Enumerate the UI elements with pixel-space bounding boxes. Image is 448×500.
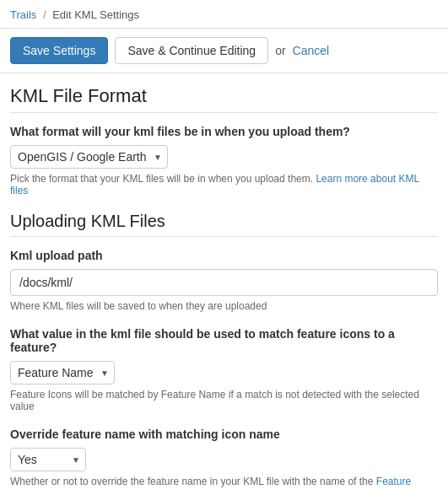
feature-link[interactable]: Feature <box>376 476 411 487</box>
match-select[interactable]: Feature Name <box>10 361 115 384</box>
format-select-wrapper: OpenGIS / Google Earth ▼ <box>10 145 168 169</box>
match-question: What value in the kml file should be use… <box>10 327 438 354</box>
uploading-section-title: Uploading KML Files <box>10 212 438 237</box>
cancel-link[interactable]: Cancel <box>293 44 330 57</box>
save-continue-button[interactable]: Save & Continue Editing <box>115 37 268 64</box>
breadcrumb: Trails / Edit KML Settings <box>0 0 448 29</box>
upload-path-field-group: Kml upload path Where KML files will be … <box>10 249 438 312</box>
kml-format-section-title: KML File Format <box>10 85 438 113</box>
page-content: KML File Format What format will your km… <box>0 73 448 500</box>
format-select[interactable]: OpenGIS / Google Earth <box>10 145 168 169</box>
match-help-text: Feature Icons will be matched by Feature… <box>10 389 438 412</box>
override-label: Override feature name with matching icon… <box>10 427 438 441</box>
or-text: or <box>275 44 285 57</box>
upload-path-label: Kml upload path <box>10 249 438 262</box>
breadcrumb-separator: / <box>43 8 46 21</box>
match-field-group: What value in the kml file should be use… <box>10 327 438 412</box>
upload-path-input[interactable] <box>10 269 438 296</box>
breadcrumb-current: Edit KML Settings <box>52 8 139 21</box>
override-select[interactable]: Yes No <box>10 448 86 471</box>
format-question: What format will your kml files be in wh… <box>10 125 438 138</box>
upload-path-help: Where KML files will be saved to when th… <box>10 300 438 312</box>
match-select-wrapper: Feature Name ▼ <box>10 361 115 384</box>
override-field-group: Override feature name with matching icon… <box>10 427 438 487</box>
override-help-text: Whether or not to override the feature n… <box>10 476 438 487</box>
format-help-text: Pick the format that your KML files will… <box>10 173 438 196</box>
override-select-wrapper: Yes No ▼ <box>10 448 86 471</box>
breadcrumb-parent-link[interactable]: Trails <box>10 8 36 21</box>
action-bar: Save Settings Save & Continue Editing or… <box>0 29 448 73</box>
save-settings-button[interactable]: Save Settings <box>10 37 108 64</box>
format-field-group: What format will your kml files be in wh… <box>10 125 438 196</box>
